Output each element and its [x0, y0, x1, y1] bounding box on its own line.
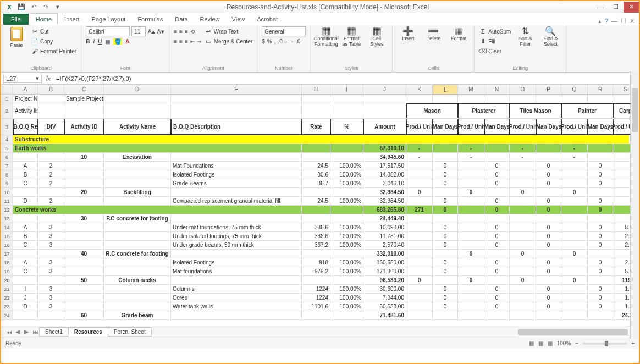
grid-row[interactable]: 2050Column necks98,533.200000119.1: [1, 276, 639, 285]
cell[interactable]: [171, 214, 302, 223]
cell[interactable]: Sample Project: [64, 95, 104, 103]
cell[interactable]: [406, 197, 433, 205]
row-header[interactable]: 4: [1, 135, 13, 144]
cell[interactable]: 0: [484, 197, 510, 205]
cell[interactable]: C: [13, 267, 38, 275]
cell[interactable]: 32,364.50: [363, 197, 406, 205]
cell[interactable]: Activity list R.00: [13, 103, 38, 118]
cell[interactable]: 3: [38, 294, 64, 302]
cell[interactable]: [484, 250, 510, 258]
zoom-slider[interactable]: [583, 343, 627, 345]
row-header[interactable]: 18: [1, 258, 13, 267]
cell[interactable]: 0: [433, 170, 458, 179]
row-header[interactable]: 23: [1, 302, 13, 311]
col-C[interactable]: C: [64, 85, 104, 94]
cell[interactable]: C: [13, 241, 38, 249]
cell[interactable]: 0: [433, 179, 458, 187]
cell[interactable]: 17,517.50: [363, 162, 406, 170]
cell[interactable]: 160,650.00: [363, 258, 406, 267]
cell[interactable]: 918: [302, 258, 330, 267]
sheet-nav-next-icon[interactable]: ▶: [22, 328, 31, 335]
cell[interactable]: [510, 214, 536, 223]
cell[interactable]: [13, 188, 38, 196]
delete-cells-button[interactable]: ➖Delete: [422, 27, 444, 41]
cell[interactable]: 0: [536, 232, 561, 240]
cell[interactable]: [510, 311, 536, 319]
cell[interactable]: A: [13, 162, 38, 170]
cell[interactable]: 0: [588, 179, 613, 187]
cell[interactable]: [510, 232, 536, 240]
font-name-select[interactable]: Calibri: [86, 26, 130, 36]
cell[interactable]: [64, 103, 104, 118]
cell[interactable]: DIV: [38, 119, 64, 135]
indent-dec-icon[interactable]: ⇤: [190, 38, 195, 45]
cell[interactable]: [64, 258, 104, 267]
cell[interactable]: 0: [588, 162, 613, 170]
view-normal-icon[interactable]: ▦: [529, 340, 534, 346]
cell[interactable]: 30: [64, 214, 104, 223]
col-M[interactable]: M: [458, 85, 484, 94]
cell[interactable]: [510, 302, 536, 311]
cell[interactable]: 0: [484, 241, 510, 249]
grid-row[interactable]: 3B.O.Q ReDIVActivity IDActivity NameB.O.…: [1, 119, 639, 135]
cell[interactable]: Man Days: [433, 119, 458, 135]
cell[interactable]: [510, 95, 536, 103]
cell[interactable]: [64, 232, 104, 240]
cell[interactable]: 3: [38, 258, 64, 267]
cell[interactable]: 0: [588, 197, 613, 205]
cell[interactable]: C: [13, 179, 38, 187]
cell[interactable]: 0: [433, 241, 458, 249]
cell[interactable]: 0: [433, 223, 458, 231]
col-Q[interactable]: Q: [561, 85, 588, 94]
cell[interactable]: 0: [458, 250, 484, 258]
underline-button[interactable]: U: [98, 38, 102, 45]
row-header[interactable]: 11: [1, 197, 13, 205]
bold-button[interactable]: B: [86, 38, 90, 45]
row-header[interactable]: 14: [1, 223, 13, 231]
cell[interactable]: [510, 206, 536, 214]
row-header[interactable]: 20: [1, 276, 13, 284]
autosum-button[interactable]: ΣAutoSum: [479, 27, 511, 36]
cell[interactable]: [104, 170, 171, 179]
cell[interactable]: 100.00%: [330, 232, 363, 240]
grid-row[interactable]: 19C3Mat foundations979.2100.00%171,360.0…: [1, 267, 639, 276]
cell[interactable]: [171, 188, 302, 196]
cell[interactable]: Painter: [561, 103, 613, 118]
col-B[interactable]: B: [38, 85, 64, 94]
cell[interactable]: [104, 302, 171, 311]
cell[interactable]: 0: [588, 223, 613, 231]
cell[interactable]: B.O.Q Re: [13, 119, 38, 135]
col-I[interactable]: I: [330, 85, 363, 94]
row-header[interactable]: 6: [1, 153, 13, 161]
italic-button[interactable]: I: [93, 38, 95, 45]
merge-center-button[interactable]: ▭Merge & Center: [205, 37, 253, 46]
cell[interactable]: Mat Foundations: [171, 162, 302, 170]
cell[interactable]: B: [13, 170, 38, 179]
cell[interactable]: 1224: [302, 285, 330, 293]
cell[interactable]: [433, 153, 458, 161]
cut-button[interactable]: ✂Cut: [31, 27, 76, 36]
cell[interactable]: [38, 276, 64, 284]
cell[interactable]: 0: [536, 258, 561, 267]
comma-icon[interactable]: ,: [274, 38, 276, 45]
grid-row[interactable]: 2Activity list R.00MasonPlastererTiles M…: [1, 103, 639, 119]
grid-row[interactable]: 2460Grade beam71,481.6024.33: [1, 311, 639, 320]
cell[interactable]: J: [13, 294, 38, 302]
cell[interactable]: [406, 214, 433, 223]
cell[interactable]: [171, 153, 302, 161]
row-header[interactable]: 1: [1, 95, 13, 103]
tab-formulas[interactable]: Formulas: [132, 14, 168, 25]
cell[interactable]: 100.00%: [330, 223, 363, 231]
cell[interactable]: [561, 179, 588, 187]
cell[interactable]: [458, 311, 484, 319]
row-header[interactable]: 13: [1, 214, 13, 223]
cell[interactable]: 0: [588, 302, 613, 311]
grid-row[interactable]: 7A2Mat Foundations24.5100.00%17,517.5000…: [1, 162, 639, 170]
cell[interactable]: [458, 241, 484, 249]
cell[interactable]: [38, 214, 64, 223]
font-color-button[interactable]: A: [125, 38, 129, 45]
cell[interactable]: 0: [458, 188, 484, 196]
grid-row[interactable]: 18A3Isolated Footings918100.00%160,650.0…: [1, 258, 639, 267]
cell[interactable]: [484, 95, 510, 103]
cell[interactable]: 336.6: [302, 223, 330, 231]
